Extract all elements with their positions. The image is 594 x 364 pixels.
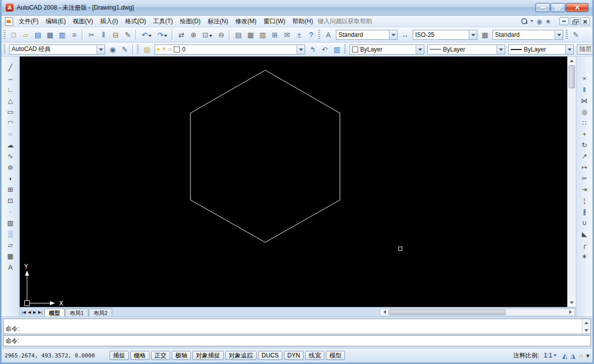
match-properties-button[interactable]: ✎ (122, 29, 134, 40)
copy-button[interactable]: ‖ (578, 84, 591, 95)
revision-cloud-button[interactable]: ☁ (4, 139, 17, 150)
workspace-settings-button[interactable]: ◉ (107, 44, 119, 55)
combo-arrow-icon[interactable] (469, 30, 477, 39)
command-input-line[interactable]: 命令: (3, 335, 591, 346)
explode-button[interactable]: ∗ (578, 250, 591, 262)
toolbar-grip[interactable] (4, 44, 6, 55)
command-scroll-up-button[interactable] (582, 319, 590, 326)
rotate-button[interactable]: ↻ (578, 139, 591, 150)
spline-button[interactable]: ∿ (4, 150, 17, 162)
help-search-input[interactable] (317, 17, 518, 25)
layer-freeze-sun-icon[interactable]: ☀ (162, 46, 167, 52)
insert-block-button[interactable]: ⊞ (4, 184, 17, 195)
scale-button[interactable]: ↗ (578, 150, 591, 162)
lineweight-combo[interactable]: ByLayer (508, 44, 574, 55)
scroll-up-button[interactable] (568, 57, 576, 65)
tool-palettes-button[interactable]: ▥ (257, 29, 269, 40)
move-button[interactable]: + (578, 128, 591, 139)
text-style-combo[interactable]: Standard (336, 30, 398, 40)
sheetset-manager-button[interactable]: ⊞ (269, 29, 281, 40)
scroll-left-button[interactable] (380, 309, 388, 316)
table-style-button[interactable]: ▦ (479, 29, 491, 40)
ellipse-arc-button[interactable]: ◖ (4, 173, 17, 184)
status-toggle-3[interactable]: 极轴 (172, 351, 191, 360)
annotation-visibility-icon[interactable]: ◭ (562, 352, 567, 359)
save-button[interactable]: ▤ (32, 29, 44, 40)
zoom-realtime-button[interactable]: ⊕ (187, 29, 200, 40)
dropdown-arrow-icon[interactable] (209, 35, 212, 38)
table-button[interactable]: ▦ (4, 250, 17, 262)
rectangle-button[interactable]: ▭ (4, 106, 17, 117)
status-menu-icon[interactable]: ▾ (586, 352, 589, 359)
annotation-autoscale-icon[interactable]: ◮ (570, 352, 575, 359)
menu-item-8[interactable]: 修改(M) (232, 16, 260, 27)
designcenter-button[interactable]: ▦ (244, 29, 257, 40)
new-button[interactable]: □ (8, 29, 20, 40)
circle-button[interactable]: ○ (4, 128, 17, 139)
combo-arrow-icon[interactable] (96, 45, 105, 54)
text-style-button[interactable]: A (322, 29, 334, 40)
color-combo[interactable]: ByLayer (350, 44, 424, 55)
hatch-button[interactable]: ▨ (4, 217, 17, 228)
properties-button[interactable]: ▤ (232, 29, 244, 40)
mtext-button[interactable]: A (4, 262, 17, 273)
zoom-previous-button[interactable]: ⊖ (215, 29, 227, 40)
menu-item-4[interactable]: 格式(O) (122, 16, 150, 27)
drawing-canvas[interactable]: YX (20, 57, 567, 307)
gradient-button[interactable]: ▒ (4, 228, 17, 239)
menu-item-9[interactable]: 窗口(W) (260, 16, 289, 27)
offset-button[interactable]: ◎ (578, 106, 591, 117)
restore-button[interactable] (551, 3, 565, 12)
menu-item-1[interactable]: 编辑(E) (42, 16, 69, 27)
workspace-combo[interactable]: AutoCAD 经典 (9, 44, 105, 55)
stretch-button[interactable]: ↦ (578, 162, 591, 173)
quickcalc-button[interactable]: ± (293, 29, 305, 40)
undo-button[interactable]: ↶ (139, 29, 155, 40)
menu-item-0[interactable]: 文件(F) (15, 16, 42, 27)
tab-nav-button-3[interactable]: ▶| (38, 310, 43, 315)
horizontal-scrollbar-thumb[interactable] (388, 309, 506, 315)
redo-button[interactable]: ↷ (155, 29, 170, 40)
favorites-star-icon[interactable]: ★ (545, 18, 551, 25)
document-restore-button[interactable] (570, 17, 579, 25)
horizontal-scrollbar-track[interactable] (506, 309, 567, 316)
status-toggle-2[interactable]: 正交 (151, 351, 170, 360)
dropdown-arrow-icon[interactable] (148, 35, 152, 38)
command-scroll-down-button[interactable] (582, 327, 590, 334)
chamfer-button[interactable]: ◣ (578, 228, 591, 239)
plot-preview-button[interactable]: ▥ (56, 29, 68, 40)
menu-item-5[interactable]: 工具(T) (150, 16, 176, 27)
vertical-scrollbar-thumb[interactable] (569, 65, 575, 88)
toolbar-grip[interactable] (344, 44, 346, 55)
table-style-combo[interactable]: Standard (492, 30, 563, 40)
toolbar-grip[interactable] (318, 30, 320, 40)
scroll-right-button[interactable] (567, 309, 574, 316)
search-options-arrow-icon[interactable] (530, 20, 533, 24)
document-minimize-button[interactable] (559, 17, 569, 25)
toolbar-grip[interactable] (566, 30, 568, 40)
document-close-button[interactable] (580, 17, 590, 25)
point-button[interactable]: ∙ (4, 206, 17, 217)
fillet-button[interactable]: ╭ (578, 239, 591, 250)
erase-button[interactable]: × (578, 73, 591, 84)
status-toggle-9[interactable]: 模型 (326, 351, 345, 360)
plot-button[interactable]: ▦ (44, 29, 56, 40)
help-button[interactable]: ? (305, 29, 317, 40)
make-block-button[interactable]: ⊡ (4, 195, 17, 206)
polyline-button[interactable]: ∟ (4, 84, 17, 95)
close-button[interactable] (566, 3, 588, 12)
layer-previous-button[interactable]: ↶ (319, 44, 331, 55)
tab-nav-button-1[interactable]: ◀ (27, 310, 31, 315)
layer-on-bulb-icon[interactable]: ● (157, 46, 160, 52)
tab-0[interactable]: 模型 (44, 308, 65, 317)
menu-item-3[interactable]: 插入(I) (96, 16, 121, 27)
arc-button[interactable]: ◠ (4, 117, 17, 128)
horizontal-scrollbar[interactable] (380, 308, 575, 316)
vertical-scrollbar[interactable] (567, 57, 576, 307)
line-button[interactable]: ╱ (4, 62, 17, 73)
combo-arrow-icon[interactable] (296, 45, 305, 54)
join-button[interactable]: ∪ (578, 217, 591, 228)
layer-properties-manager-button[interactable]: ▤ (141, 44, 153, 55)
linetype-combo[interactable]: ByLayer (427, 44, 505, 55)
scroll-down-button[interactable] (568, 299, 576, 307)
